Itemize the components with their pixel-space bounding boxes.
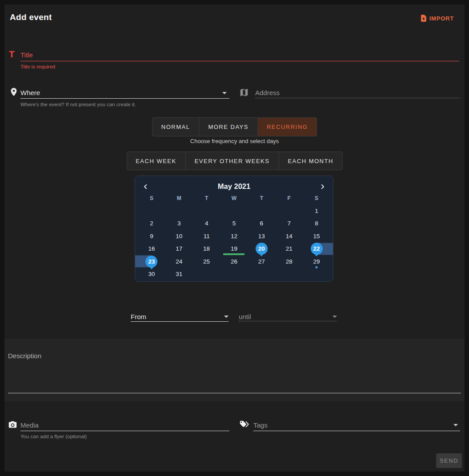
where-underline xyxy=(20,98,229,99)
day-number: 28 xyxy=(286,258,293,265)
calendar-day-empty xyxy=(193,204,220,217)
calendar-day-2[interactable]: 2 xyxy=(138,217,165,230)
calendar-day-empty xyxy=(303,268,330,281)
day-number: 27 xyxy=(258,258,265,265)
day-number: 21 xyxy=(286,245,293,252)
chevron-right-icon xyxy=(319,182,326,192)
calendar-day-23[interactable]: 23 xyxy=(138,255,165,268)
frequency-options: EACH WEEKEVERY OTHER WEEKSEACH MONTH xyxy=(126,152,343,170)
until-select[interactable]: until xyxy=(239,313,251,320)
weekday-label-5: F xyxy=(275,194,303,203)
tags-underline xyxy=(253,431,460,431)
day-number: 19 xyxy=(231,245,237,252)
tab-normal[interactable]: NORMAL xyxy=(152,118,200,136)
frequency-every-other-weeks[interactable]: EVERY OTHER WEEKS xyxy=(186,152,279,170)
calendar-weekday-row: SMTWTFS xyxy=(135,194,333,203)
calendar-day-empty xyxy=(275,204,303,217)
calendar-day-16[interactable]: 16 xyxy=(138,243,165,256)
calendar-day-20[interactable]: 20 xyxy=(248,243,275,256)
title-error-text: Title is required xyxy=(20,64,55,69)
import-button-label: IMPORT xyxy=(429,15,454,22)
calendar-day-empty xyxy=(248,204,275,217)
weekday-label-0: S xyxy=(138,194,165,203)
frequency-hint: Choose frequency and select days xyxy=(190,138,279,144)
day-number: 12 xyxy=(231,233,237,240)
tab-recurring[interactable]: RECURRING xyxy=(258,118,317,136)
calendar-day-7[interactable]: 7 xyxy=(275,217,303,230)
day-number: 9 xyxy=(150,233,153,240)
calendar-day-4[interactable]: 4 xyxy=(193,217,220,230)
calendar-day-3[interactable]: 3 xyxy=(165,217,193,230)
event-type-tabs: NORMALMORE DAYSRECURRING xyxy=(152,117,317,136)
tab-more-days[interactable]: MORE DAYS xyxy=(199,118,258,136)
day-number: 26 xyxy=(231,258,237,265)
calendar-day-empty xyxy=(275,268,303,281)
calendar-next-month-button[interactable] xyxy=(319,182,326,192)
until-dropdown-arrow-icon[interactable] xyxy=(333,316,337,318)
calendar-day-1[interactable]: 1 xyxy=(303,204,330,217)
weekday-label-6: S xyxy=(303,194,330,203)
calendar-day-10[interactable]: 10 xyxy=(165,230,193,243)
calendar-day-14[interactable]: 14 xyxy=(275,230,303,243)
frequency-each-week[interactable]: EACH WEEK xyxy=(127,152,186,170)
calendar-day-22[interactable]: 22 xyxy=(303,243,330,256)
calendar-day-empty xyxy=(220,268,248,281)
calendar-day-28[interactable]: 28 xyxy=(275,255,303,268)
calendar-day-11[interactable]: 11 xyxy=(193,230,220,243)
title-input[interactable]: Title xyxy=(20,51,33,59)
weekday-label-1: M xyxy=(165,194,193,203)
send-button[interactable]: SEND xyxy=(436,453,462,468)
tags-select[interactable]: Tags xyxy=(253,421,268,429)
from-dropdown-arrow-icon[interactable] xyxy=(224,316,228,318)
day-number: 5 xyxy=(232,220,236,227)
calendar-day-30[interactable]: 30 xyxy=(138,268,165,281)
day-number: 10 xyxy=(176,233,182,240)
calendar-day-9[interactable]: 9 xyxy=(138,230,165,243)
until-underline xyxy=(239,321,337,321)
where-dropdown-arrow-icon[interactable] xyxy=(222,92,227,94)
calendar-day-31[interactable]: 31 xyxy=(165,268,193,281)
calendar-day-26[interactable]: 26 xyxy=(220,255,248,268)
add-event-card: Add event IMPORT T Title Title is requir… xyxy=(4,4,465,472)
day-number: 31 xyxy=(176,271,182,277)
calendar-day-empty xyxy=(138,204,165,217)
tags-icon xyxy=(239,420,249,429)
description-input[interactable]: Description xyxy=(8,352,41,360)
calendar-day-19[interactable]: 19 xyxy=(220,243,248,256)
weekday-label-3: W xyxy=(220,194,248,203)
day-number: 4 xyxy=(205,220,208,227)
add-event-page: Add event IMPORT T Title Title is requir… xyxy=(0,0,469,476)
from-select[interactable]: From xyxy=(131,313,146,320)
day-number: 15 xyxy=(313,233,320,240)
description-underline xyxy=(8,393,461,393)
calendar-day-24[interactable]: 24 xyxy=(165,255,193,268)
address-input[interactable]: Address xyxy=(255,89,280,96)
calendar-day-18[interactable]: 18 xyxy=(193,243,220,256)
where-select[interactable]: Where xyxy=(20,89,40,96)
weekday-label-2: T xyxy=(193,194,220,203)
tags-dropdown-arrow-icon[interactable] xyxy=(453,424,458,426)
calendar-day-12[interactable]: 12 xyxy=(220,230,248,243)
calendar-day-empty xyxy=(220,204,248,217)
selected-day-marker: 22 xyxy=(311,243,323,255)
calendar-day-27[interactable]: 27 xyxy=(248,255,275,268)
calendar-day-15[interactable]: 15 xyxy=(303,230,330,243)
where-hint: Where's the event? If not present you ca… xyxy=(20,102,136,107)
calendar-day-29[interactable]: 29 xyxy=(303,255,330,268)
calendar-day-21[interactable]: 21 xyxy=(275,243,303,256)
calendar-day-8[interactable]: 8 xyxy=(303,217,330,230)
calendar-day-empty xyxy=(248,268,275,281)
calendar-day-25[interactable]: 25 xyxy=(193,255,220,268)
media-input[interactable]: Media xyxy=(20,421,39,429)
calendar-day-6[interactable]: 6 xyxy=(248,217,275,230)
day-number: 7 xyxy=(287,220,291,227)
calendar-month-label: May 2021 xyxy=(135,182,333,191)
calendar-day-17[interactable]: 17 xyxy=(165,243,193,256)
calendar-day-empty xyxy=(193,268,220,281)
frequency-each-month[interactable]: EACH MONTH xyxy=(279,152,342,170)
description-section: Description xyxy=(4,339,465,401)
calendar-day-13[interactable]: 13 xyxy=(248,230,275,243)
import-button[interactable]: IMPORT xyxy=(420,14,454,22)
media-underline xyxy=(20,431,229,431)
calendar-day-5[interactable]: 5 xyxy=(220,217,248,230)
